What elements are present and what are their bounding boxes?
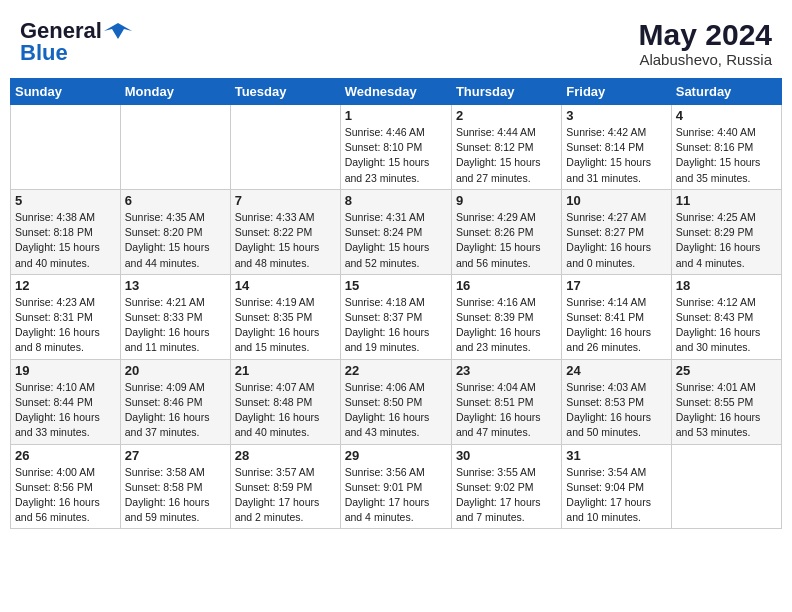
weekday-header-sunday: Sunday [11,79,121,105]
calendar-cell: 24Sunrise: 4:03 AMSunset: 8:53 PMDayligh… [562,359,671,444]
calendar-cell: 28Sunrise: 3:57 AMSunset: 8:59 PMDayligh… [230,444,340,529]
cell-info: Sunrise: 4:40 AMSunset: 8:16 PMDaylight:… [676,125,777,186]
cell-info: Sunrise: 4:18 AMSunset: 8:37 PMDaylight:… [345,295,447,356]
cell-info: Sunrise: 4:00 AMSunset: 8:56 PMDaylight:… [15,465,116,526]
calendar-cell: 14Sunrise: 4:19 AMSunset: 8:35 PMDayligh… [230,274,340,359]
logo-bird-icon [104,21,132,41]
calendar-cell: 12Sunrise: 4:23 AMSunset: 8:31 PMDayligh… [11,274,121,359]
day-number: 19 [15,363,116,378]
day-number: 10 [566,193,666,208]
calendar-cell: 30Sunrise: 3:55 AMSunset: 9:02 PMDayligh… [451,444,561,529]
calendar-week-5: 26Sunrise: 4:00 AMSunset: 8:56 PMDayligh… [11,444,782,529]
calendar-cell: 5Sunrise: 4:38 AMSunset: 8:18 PMDaylight… [11,189,121,274]
calendar-cell: 23Sunrise: 4:04 AMSunset: 8:51 PMDayligh… [451,359,561,444]
title-block: May 2024 Alabushevo, Russia [639,18,772,68]
day-number: 29 [345,448,447,463]
calendar-cell: 15Sunrise: 4:18 AMSunset: 8:37 PMDayligh… [340,274,451,359]
calendar-cell: 13Sunrise: 4:21 AMSunset: 8:33 PMDayligh… [120,274,230,359]
day-number: 31 [566,448,666,463]
calendar-cell: 6Sunrise: 4:35 AMSunset: 8:20 PMDaylight… [120,189,230,274]
calendar-cell: 31Sunrise: 3:54 AMSunset: 9:04 PMDayligh… [562,444,671,529]
weekday-header-thursday: Thursday [451,79,561,105]
day-number: 14 [235,278,336,293]
day-number: 13 [125,278,226,293]
day-number: 11 [676,193,777,208]
calendar-table: SundayMondayTuesdayWednesdayThursdayFrid… [10,78,782,529]
calendar-cell: 16Sunrise: 4:16 AMSunset: 8:39 PMDayligh… [451,274,561,359]
day-number: 1 [345,108,447,123]
day-number: 27 [125,448,226,463]
day-number: 5 [15,193,116,208]
weekday-header-saturday: Saturday [671,79,781,105]
weekday-header-wednesday: Wednesday [340,79,451,105]
calendar-cell: 2Sunrise: 4:44 AMSunset: 8:12 PMDaylight… [451,105,561,190]
cell-info: Sunrise: 3:54 AMSunset: 9:04 PMDaylight:… [566,465,666,526]
day-number: 23 [456,363,557,378]
cell-info: Sunrise: 4:10 AMSunset: 8:44 PMDaylight:… [15,380,116,441]
weekday-header-tuesday: Tuesday [230,79,340,105]
calendar-week-2: 5Sunrise: 4:38 AMSunset: 8:18 PMDaylight… [11,189,782,274]
calendar-cell: 19Sunrise: 4:10 AMSunset: 8:44 PMDayligh… [11,359,121,444]
day-number: 17 [566,278,666,293]
calendar-cell: 1Sunrise: 4:46 AMSunset: 8:10 PMDaylight… [340,105,451,190]
day-number: 30 [456,448,557,463]
cell-info: Sunrise: 4:46 AMSunset: 8:10 PMDaylight:… [345,125,447,186]
day-number: 15 [345,278,447,293]
cell-info: Sunrise: 4:14 AMSunset: 8:41 PMDaylight:… [566,295,666,356]
day-number: 21 [235,363,336,378]
calendar-cell: 3Sunrise: 4:42 AMSunset: 8:14 PMDaylight… [562,105,671,190]
cell-info: Sunrise: 4:09 AMSunset: 8:46 PMDaylight:… [125,380,226,441]
cell-info: Sunrise: 4:31 AMSunset: 8:24 PMDaylight:… [345,210,447,271]
calendar-cell: 25Sunrise: 4:01 AMSunset: 8:55 PMDayligh… [671,359,781,444]
calendar-cell: 21Sunrise: 4:07 AMSunset: 8:48 PMDayligh… [230,359,340,444]
page-header: General Blue May 2024 Alabushevo, Russia [10,10,782,72]
calendar-week-3: 12Sunrise: 4:23 AMSunset: 8:31 PMDayligh… [11,274,782,359]
calendar-cell [11,105,121,190]
day-number: 7 [235,193,336,208]
day-number: 3 [566,108,666,123]
calendar-cell: 26Sunrise: 4:00 AMSunset: 8:56 PMDayligh… [11,444,121,529]
day-number: 8 [345,193,447,208]
calendar-cell: 4Sunrise: 4:40 AMSunset: 8:16 PMDaylight… [671,105,781,190]
cell-info: Sunrise: 4:01 AMSunset: 8:55 PMDaylight:… [676,380,777,441]
day-number: 24 [566,363,666,378]
cell-info: Sunrise: 4:21 AMSunset: 8:33 PMDaylight:… [125,295,226,356]
calendar-cell: 29Sunrise: 3:56 AMSunset: 9:01 PMDayligh… [340,444,451,529]
calendar-cell: 10Sunrise: 4:27 AMSunset: 8:27 PMDayligh… [562,189,671,274]
calendar-cell [230,105,340,190]
day-number: 9 [456,193,557,208]
cell-info: Sunrise: 4:25 AMSunset: 8:29 PMDaylight:… [676,210,777,271]
cell-info: Sunrise: 4:12 AMSunset: 8:43 PMDaylight:… [676,295,777,356]
calendar-cell: 9Sunrise: 4:29 AMSunset: 8:26 PMDaylight… [451,189,561,274]
cell-info: Sunrise: 4:16 AMSunset: 8:39 PMDaylight:… [456,295,557,356]
logo: General Blue [20,18,132,66]
calendar-cell: 22Sunrise: 4:06 AMSunset: 8:50 PMDayligh… [340,359,451,444]
svg-marker-0 [104,23,132,39]
calendar-cell: 20Sunrise: 4:09 AMSunset: 8:46 PMDayligh… [120,359,230,444]
cell-info: Sunrise: 4:07 AMSunset: 8:48 PMDaylight:… [235,380,336,441]
weekday-header-friday: Friday [562,79,671,105]
logo-blue: Blue [20,40,68,66]
calendar-header-row: SundayMondayTuesdayWednesdayThursdayFrid… [11,79,782,105]
weekday-header-monday: Monday [120,79,230,105]
day-number: 4 [676,108,777,123]
day-number: 26 [15,448,116,463]
day-number: 16 [456,278,557,293]
cell-info: Sunrise: 4:04 AMSunset: 8:51 PMDaylight:… [456,380,557,441]
day-number: 6 [125,193,226,208]
calendar-cell: 8Sunrise: 4:31 AMSunset: 8:24 PMDaylight… [340,189,451,274]
day-number: 18 [676,278,777,293]
cell-info: Sunrise: 4:06 AMSunset: 8:50 PMDaylight:… [345,380,447,441]
cell-info: Sunrise: 3:57 AMSunset: 8:59 PMDaylight:… [235,465,336,526]
day-number: 22 [345,363,447,378]
day-number: 28 [235,448,336,463]
cell-info: Sunrise: 3:56 AMSunset: 9:01 PMDaylight:… [345,465,447,526]
calendar-cell: 27Sunrise: 3:58 AMSunset: 8:58 PMDayligh… [120,444,230,529]
cell-info: Sunrise: 4:42 AMSunset: 8:14 PMDaylight:… [566,125,666,186]
cell-info: Sunrise: 3:55 AMSunset: 9:02 PMDaylight:… [456,465,557,526]
cell-info: Sunrise: 4:35 AMSunset: 8:20 PMDaylight:… [125,210,226,271]
cell-info: Sunrise: 4:29 AMSunset: 8:26 PMDaylight:… [456,210,557,271]
cell-info: Sunrise: 4:38 AMSunset: 8:18 PMDaylight:… [15,210,116,271]
calendar-cell: 17Sunrise: 4:14 AMSunset: 8:41 PMDayligh… [562,274,671,359]
cell-info: Sunrise: 4:33 AMSunset: 8:22 PMDaylight:… [235,210,336,271]
